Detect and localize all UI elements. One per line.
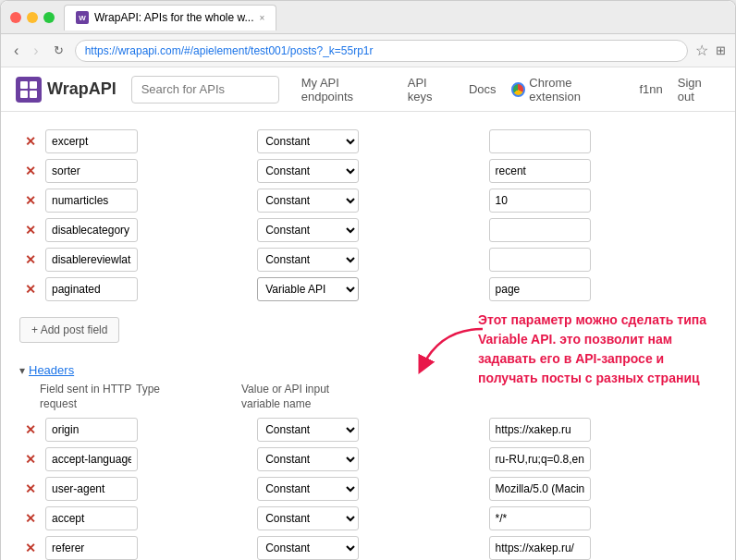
delete-header-2[interactable]: ✕ [23,452,38,467]
header-field-4[interactable] [45,506,138,530]
header-type-3[interactable]: Constant Variable API [257,477,359,501]
window-controls [10,12,55,23]
table-row: ✕ Constant Variable API [19,444,717,474]
nav-endpoints[interactable]: My API endpoints [301,76,393,103]
active-tab[interactable]: W WrapAPI: APIs for the whole w... × [64,5,276,30]
nav-links: My API endpoints API keys Docs Chrome ex… [301,76,625,103]
delete-row-2[interactable]: ✕ [23,164,38,178]
type-select-1[interactable]: Constant Variable API [257,129,359,153]
value-input-2[interactable] [489,159,591,183]
header-value-3[interactable] [489,477,591,501]
type-select-2[interactable]: Constant Variable API [257,159,359,183]
header-value-2[interactable] [489,447,591,471]
close-button[interactable] [10,12,21,23]
type-select-4[interactable]: Constant Variable API [257,218,359,242]
tab-close-icon[interactable]: × [260,13,265,23]
table-row: ✕ Constant Variable API [19,474,717,504]
delete-header-4[interactable]: ✕ [23,511,38,526]
col-header-field: Field sent in HTTP request [40,383,132,411]
maximize-button[interactable] [43,12,55,23]
address-icons: ☆ ⊞ [695,42,726,59]
search-input[interactable] [131,76,279,103]
header-value-5[interactable] [489,536,591,560]
extensions-icon[interactable]: ⊞ [716,43,726,57]
username-link[interactable]: f1nn [639,82,662,96]
header-value-1[interactable] [489,418,591,442]
delete-header-1[interactable]: ✕ [23,422,38,437]
nav-docs[interactable]: Docs [469,82,497,96]
header-value-4[interactable] [489,506,591,530]
field-input-1[interactable] [45,129,138,153]
nav-api-keys[interactable]: API keys [408,76,454,103]
table-row: ✕ Constant Variable API [19,533,717,560]
header-field-1[interactable] [45,418,138,442]
col-header-type: Type [136,383,238,411]
back-button[interactable]: ‹ [10,41,22,61]
add-post-field-button[interactable]: + Add post field [19,317,119,343]
header-type-1[interactable]: Constant Variable API [257,418,359,442]
header-field-2[interactable] [45,447,138,471]
headers-table: ✕ Constant Variable API ✕ [19,415,717,560]
delete-row-4[interactable]: ✕ [23,223,38,237]
delete-row-1[interactable]: ✕ [23,134,38,149]
value-input-5[interactable] [489,248,591,272]
delete-header-5[interactable]: ✕ [23,541,38,555]
star-icon[interactable]: ☆ [695,42,708,59]
value-input-4[interactable] [489,218,591,242]
logo-icon [16,77,42,103]
chrome-ext-label: Chrome extension [529,76,624,103]
address-bar: ‹ › ↻ ☆ ⊞ [1,34,735,67]
header-type-4[interactable]: Constant Variable API [257,506,359,530]
minimize-button[interactable] [27,12,38,23]
address-input[interactable] [75,40,688,62]
annotation-text: Этот параметр можно сделать типа Variabl… [478,310,718,388]
delete-row-5[interactable]: ✕ [23,252,38,267]
col-header-value: Value or API input variable name [241,383,362,411]
table-row: ✕ Constant Variable API [19,504,717,533]
header-type-5[interactable]: Constant Variable API [257,536,359,560]
header-field-5[interactable] [45,536,138,560]
header-right: f1nn Sign out [639,76,720,103]
signout-link[interactable]: Sign out [678,76,720,103]
header-field-3[interactable] [45,477,138,501]
value-input-6[interactable] [489,277,591,301]
field-input-3[interactable] [45,189,138,213]
type-select-5[interactable]: Constant Variable API [257,248,359,272]
header-type-2[interactable]: Constant Variable API [257,447,359,471]
field-input-6[interactable] [45,277,138,301]
field-input-2[interactable] [45,159,138,183]
table-row: ✕ Constant Variable API [19,186,717,215]
type-select-6[interactable]: Constant Variable API [257,277,359,301]
forward-button[interactable]: › [30,41,42,61]
logo-text: WrapAPI [47,79,117,99]
value-input-3[interactable] [489,189,591,213]
delete-row-6[interactable]: ✕ [23,282,38,297]
title-bar: W WrapAPI: APIs for the whole w... × [1,1,735,34]
headers-section: ▾ Headers Field sent in HTTP request Typ… [19,363,717,560]
tab-favicon: W [76,11,89,24]
chrome-extension-link[interactable]: Chrome extension [511,76,625,103]
value-input-1[interactable] [489,129,591,153]
delete-row-3[interactable]: ✕ [23,193,38,208]
table-row-paginated: ✕ Constant Variable API [19,274,717,304]
refresh-button[interactable]: ↻ [50,42,67,59]
table-row: ✕ Constant Variable API [19,215,717,245]
logo: WrapAPI [16,77,117,103]
post-fields-table: ✕ Constant Variable API ✕ [19,127,717,304]
chrome-icon [511,82,526,97]
field-input-4[interactable] [45,218,138,242]
app-header: WrapAPI My API endpoints API keys Docs C… [1,67,735,112]
field-input-5[interactable] [45,248,138,272]
table-row: ✕ Constant Variable API [19,156,717,186]
tab-bar: W WrapAPI: APIs for the whole w... × [64,5,726,30]
type-select-3[interactable]: Constant Variable API [257,189,359,213]
delete-header-3[interactable]: ✕ [23,481,38,496]
headers-section-title[interactable]: Headers [29,363,74,377]
table-row: ✕ Constant Variable API [19,127,717,156]
annotation: Этот параметр можно сделать типа Variabl… [478,310,718,388]
browser-window: W WrapAPI: APIs for the whole w... × ‹ ›… [0,0,736,560]
collapse-icon[interactable]: ▾ [19,364,25,377]
tab-title: WrapAPI: APIs for the whole w... [94,11,254,24]
table-row: ✕ Constant Variable API [19,415,717,444]
main-content: ✕ Constant Variable API ✕ [1,112,735,560]
